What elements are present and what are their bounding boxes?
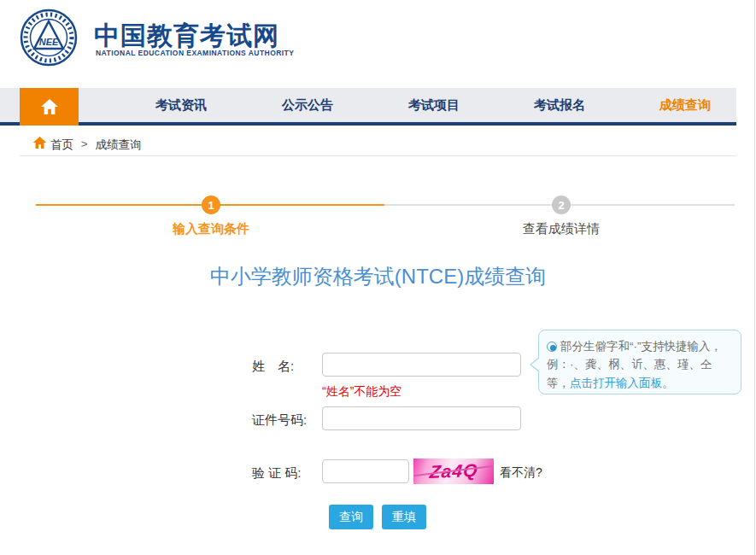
name-input-tooltip: 部分生僻字和“·”支持快捷输入，例：·、龚、㭎、䜣、惠、瑾、仝等，点击打开输入面… xyxy=(538,330,741,394)
cert-number-label: 证件号码: xyxy=(252,412,307,429)
breadcrumb-home-icon xyxy=(32,136,47,149)
captcha-image[interactable]: Za4Q xyxy=(413,459,494,484)
nav-tab-score-query[interactable]: 成绩查询 xyxy=(659,97,711,114)
breadcrumb-home-link[interactable]: 首页 xyxy=(50,138,73,151)
svg-text:NEE: NEE xyxy=(39,37,59,47)
site-subtitle: NATIONAL EDUCATION EXAMINATIONS AUTHORIT… xyxy=(96,49,294,57)
neea-emblem-icon: NEE xyxy=(20,9,78,67)
nav-tab-announcements[interactable]: 公示公告 xyxy=(282,97,333,114)
captcha-input[interactable] xyxy=(322,459,409,483)
captcha-refresh-link[interactable]: 看不清? xyxy=(500,465,542,481)
radio-bullet-icon xyxy=(547,342,557,352)
captcha-text: Za4Q xyxy=(429,460,478,482)
breadcrumb-divider xyxy=(20,155,736,156)
nav-tab-exam-registration[interactable]: 考试报名 xyxy=(534,97,585,114)
name-label: 姓 名: xyxy=(252,359,294,375)
nav-tab-exam-programs[interactable]: 考试项目 xyxy=(408,97,460,114)
home-icon xyxy=(40,98,59,115)
breadcrumb: 首页 > 成绩查询 xyxy=(50,137,141,153)
page: NEE 中国教育考试网 NATIONAL EDUCATION EXAMINATI… xyxy=(0,0,756,555)
breadcrumb-separator: > xyxy=(81,137,88,150)
step1-circle: 1 xyxy=(202,196,220,214)
site-logo[interactable]: NEE 中国教育考试网 NATIONAL EDUCATION EXAMINATI… xyxy=(20,9,302,77)
name-error: “姓名”不能为空 xyxy=(322,384,401,400)
cert-number-input[interactable] xyxy=(322,406,521,430)
query-button[interactable]: 查询 xyxy=(329,505,373,529)
main-nav xyxy=(0,88,736,126)
tooltip-open-panel-link[interactable]: 点击打开输入面板。 xyxy=(570,377,674,389)
step2-label: 查看成绩详情 xyxy=(523,221,600,237)
nav-home-button[interactable] xyxy=(20,88,79,126)
name-input[interactable] xyxy=(322,353,521,377)
captcha-label: 验 证 码: xyxy=(252,465,302,482)
step2-circle: 2 xyxy=(552,196,571,214)
breadcrumb-current: 成绩查询 xyxy=(95,138,141,151)
reset-button[interactable]: 重填 xyxy=(382,505,426,529)
page-title: 中小学教师资格考试(NTCE)成绩查询 xyxy=(0,263,756,290)
step1-label: 输入查询条件 xyxy=(173,221,249,237)
nav-tab-exam-news[interactable]: 考试资讯 xyxy=(155,97,207,114)
